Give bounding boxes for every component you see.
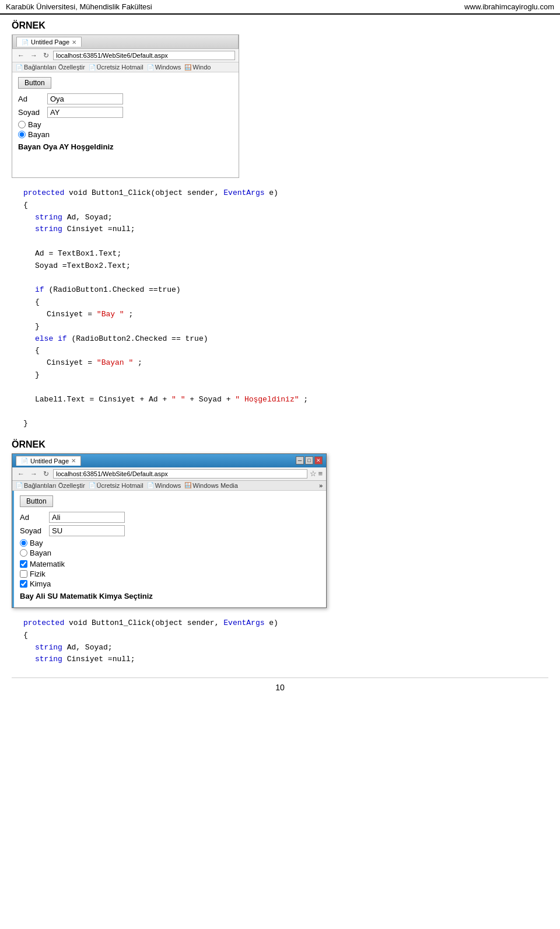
ad-label-1: Ad [18,95,47,103]
tab-close-1[interactable]: ✕ [72,39,76,46]
keyword-string-1: string [35,213,62,222]
soyad-row-2: Soyad [20,525,320,536]
code-normal-13: + Soyad + [190,395,235,404]
radio-bayan-label-1: Bayan [28,130,50,139]
browser-addressbar-2: ← → ↻ ☆ ≡ [12,467,326,481]
bookmark-winmedia[interactable]: 🪟 Windows Media [184,482,238,489]
keyword-protected-2: protected [23,619,64,627]
ad-input-1[interactable] [47,93,123,104]
bookmark-more[interactable]: » [319,482,323,489]
bookmark-customize-2[interactable]: 📄 Bağlantıları Özelleştir [16,482,85,489]
string-space: " " [172,395,185,404]
page-icon-2: 📄 [21,457,28,464]
page-number: 10 [275,683,285,692]
bookmark-hotmail[interactable]: 📄 Ücretsiz Hotmail [89,64,144,71]
bookmark-icon-2-2: 📄 [89,482,96,488]
radio-bay-1[interactable] [18,121,26,128]
code-line-16: } [23,418,548,430]
code-line-15: Label1.Text = Cinsiyet + Ad + " " + Soya… [23,394,548,406]
bookmark-customize[interactable]: 📄 Bağlantıları Özelleştir [16,64,85,71]
code2-normal-4: Cinsiyet =null; [67,655,135,663]
checkbox-fizik[interactable] [20,570,27,578]
tab-title-1: Untitled Page [31,39,69,46]
browser-tab-1[interactable]: 📄 Untitled Page ✕ [16,37,82,47]
checkbox-matematik[interactable] [20,560,27,568]
soyad-input-1[interactable] [47,107,123,118]
menu-icon[interactable]: ≡ [318,469,323,478]
code-line-1: protected void Button1_Click(object send… [23,187,548,200]
checkbox-fizik-label: Fizik [30,570,46,578]
soyad-label-1: Soyad [18,108,47,117]
radio-group-2: Bay Bayan [20,539,320,557]
code2-line-4: string Cinsiyet =null; [23,654,548,666]
back-button-1[interactable]: ← [16,51,26,60]
tab-close-2[interactable]: ✕ [71,457,76,464]
code2-line-2: { [23,630,548,642]
code-line-4: string Cinsiyet =null; [23,223,548,236]
bookmarks-left: 📄 Bağlantıları Özelleştir 📄 Ücretsiz Hot… [16,482,238,489]
radio-bay-2[interactable] [20,539,27,547]
code-line-13: Cinsiyet = "Bayan " ; [23,357,548,369]
ad-row-2: Ad [20,512,320,523]
keyword-if-2: if [58,334,67,343]
checkbox-matematik-row: Matematik [20,560,320,568]
bookmark-label-2-3: Windows [155,482,181,489]
star-icon[interactable]: ☆ [310,469,317,478]
radio-bayan-1[interactable] [18,131,26,138]
address-input-1[interactable] [53,51,235,60]
code-line-5: Ad = TextBox1.Text; [23,248,548,260]
browser-titlebar-2: 📄 Untitled Page ✕ ─ □ ✕ [12,454,326,467]
string-bay: "Bay " [97,310,124,319]
forward-button-1[interactable]: → [29,51,39,60]
radio-bayan-2[interactable] [20,549,27,557]
browser-tab-2[interactable]: 📄 Untitled Page ✕ [16,456,81,466]
bookmark-label-2-2: Ücretsiz Hotmail [97,482,144,489]
forward-button-2[interactable]: → [29,469,39,479]
radio-bayan-row-1: Bayan [18,130,233,139]
code-line-7: if (RadioButton1.Checked ==true) [23,284,548,296]
soyad-input-2[interactable] [49,525,125,536]
address-input-2[interactable] [53,469,307,479]
code-normal-2: e) [269,188,278,197]
minimize-button[interactable]: ─ [296,456,304,464]
website-url: www.ibrahimcayiroglu.com [464,2,554,11]
code-normal-7: ; [128,310,133,319]
back-button-2[interactable]: ← [16,469,26,479]
code-normal-5: (RadioButton1.Checked ==true) [48,285,180,294]
refresh-button-2[interactable]: ↻ [41,469,51,479]
keyword-else: else [35,334,53,343]
ad-input-2[interactable] [49,512,125,523]
bookmark-label-4: Windo [192,64,211,71]
browser-button-1[interactable]: Button [18,77,51,89]
page-header: Karabük Üniversitesi, Mühendislik Fakült… [0,0,560,15]
checkbox-kimya[interactable] [20,580,27,588]
code-line-12: { [23,345,548,357]
bookmark-windo[interactable]: 🪟 Windo [184,64,211,71]
tab-title-2: Untitled Page [30,457,69,464]
browser-button-2[interactable]: Button [20,495,53,507]
code-normal-14: ; [303,395,308,404]
code-block-2: protected void Button1_Click(object send… [12,617,548,666]
bookmark-label-2: Ücretsiz Hotmail [97,64,144,71]
code2-line-3: string Ad, Soyad; [23,642,548,654]
refresh-button-1[interactable]: ↻ [41,51,51,60]
bookmark-hotmail-2[interactable]: 📄 Ücretsiz Hotmail [89,482,144,489]
browser-titlebar-1: 📄 Untitled Page ✕ [12,34,239,49]
checkbox-kimya-label: Kimya [30,579,51,588]
bookmark-label-2-4: Windows Media [192,482,238,489]
keyword-if-1: if [35,285,44,294]
checkbox-fizik-row: Fizik [20,570,320,578]
soyad-row-1: Soyad [18,107,233,118]
result-text-2: Bay Ali SU Matematik Kimya Seçtiniz [20,592,320,600]
bookmark-windows-2[interactable]: 📄 Windows [147,482,181,489]
code-normal-11: ; [138,358,142,367]
close-button[interactable]: ✕ [314,456,323,464]
maximize-button[interactable]: □ [305,456,313,464]
code-normal-6: Cinsiyet = [47,310,97,319]
main-content: ÖRNEK 📄 Untitled Page ✕ ← → ↻ 📄 Bağlantı… [0,15,560,698]
result-text-1: Bayan Oya AY Hoşgeldiniz [18,142,233,151]
code-line-11: else if (RadioButton2.Checked == true) [23,333,548,345]
code-block-1: protected void Button1_Click(object send… [12,187,548,430]
code-line-10: } [23,321,548,333]
bookmark-windows[interactable]: 📄 Windows [147,64,181,71]
